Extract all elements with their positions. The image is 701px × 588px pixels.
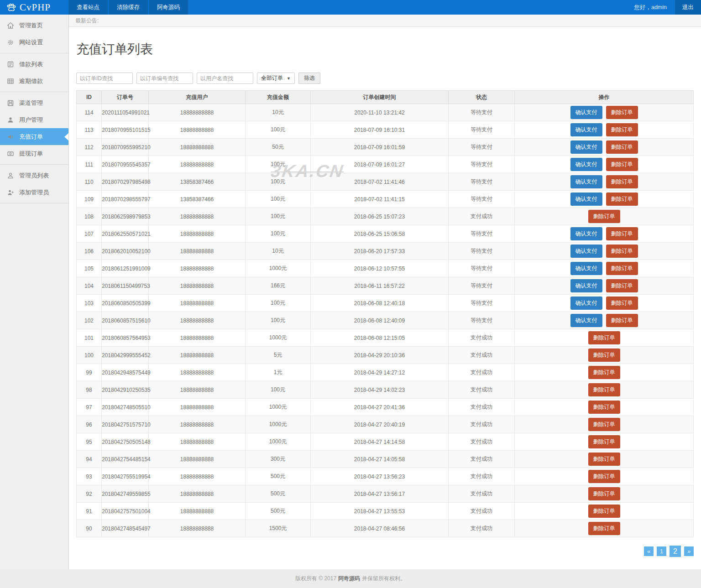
- delete-order-button[interactable]: 删除订单: [588, 210, 620, 223]
- confirm-pay-button[interactable]: 确认支付: [570, 106, 602, 119]
- confirm-pay-button[interactable]: 确认支付: [570, 140, 602, 154]
- delete-order-button[interactable]: 删除订单: [588, 418, 620, 431]
- confirm-pay-button[interactable]: 确认支付: [570, 193, 602, 206]
- cell-actions: 确认支付删除订单: [515, 156, 694, 173]
- nav-view-site-button[interactable]: 查看站点: [68, 0, 108, 15]
- sidebar-item-label: 借款列表: [19, 60, 43, 68]
- delete-order-button[interactable]: 删除订单: [606, 262, 638, 275]
- cell-order_no: 2018042754485154: [102, 451, 149, 468]
- order-no-search-input[interactable]: [136, 73, 193, 84]
- sidebar-item-speaker[interactable]: 充值订单: [0, 128, 68, 145]
- banknote-icon: [7, 150, 14, 157]
- cell-id: 114: [77, 104, 102, 121]
- confirm-pay-button[interactable]: 确认支付: [570, 158, 602, 171]
- cell-status: 等待支付: [449, 173, 515, 191]
- confirm-pay-button[interactable]: 确认支付: [570, 279, 602, 292]
- delete-order-button[interactable]: 删除订单: [588, 331, 620, 344]
- cell-created: 2018-07-02 11:41:46: [311, 173, 449, 191]
- cell-user: 18888888888: [149, 139, 246, 156]
- delete-order-button[interactable]: 删除订单: [588, 453, 620, 466]
- table-header-cell: ID: [77, 91, 102, 104]
- table-row: 902018042748545497188888888881500元2018-0…: [77, 520, 694, 537]
- order-type-select[interactable]: 全部订单 ▼: [257, 73, 295, 84]
- pagination-page-2[interactable]: 2: [670, 546, 681, 557]
- confirm-pay-button[interactable]: 确认支付: [570, 227, 602, 240]
- home-icon: [7, 22, 14, 29]
- cell-user: 18888888888: [149, 208, 246, 225]
- confirm-pay-button[interactable]: 确认支付: [570, 314, 602, 327]
- confirm-pay-button[interactable]: 确认支付: [570, 175, 602, 188]
- delete-order-button[interactable]: 删除订单: [588, 383, 620, 396]
- sidebar-item-person-add[interactable]: 添加管理员: [0, 184, 68, 201]
- cell-id: 111: [77, 156, 102, 173]
- app-title: CvPHP: [20, 2, 51, 13]
- cell-actions: 删除订单: [515, 364, 694, 381]
- delete-order-button[interactable]: 删除订单: [606, 106, 638, 119]
- sidebar-item-banknote[interactable]: 提现订单: [0, 145, 68, 162]
- username-search-input[interactable]: [197, 73, 253, 84]
- logout-button[interactable]: 退出: [675, 0, 701, 15]
- order-id-search-input[interactable]: [76, 73, 133, 84]
- cell-actions: 确认支付删除订单: [515, 104, 694, 121]
- cell-id: 101: [77, 329, 102, 347]
- delete-order-button[interactable]: 删除订单: [588, 487, 620, 500]
- delete-order-button[interactable]: 删除订单: [606, 227, 638, 240]
- delete-order-button[interactable]: 删除订单: [606, 279, 638, 292]
- pagination-prev[interactable]: «: [644, 546, 654, 556]
- sidebar-item-book[interactable]: 借款列表: [0, 56, 68, 73]
- delete-order-button[interactable]: 删除订单: [588, 366, 620, 379]
- cell-amount: 1000元: [246, 329, 311, 347]
- delete-order-button[interactable]: 删除订单: [606, 158, 638, 171]
- table-row: 110201807029798549813858387466100元2018-0…: [77, 173, 694, 191]
- book-icon: [7, 61, 14, 68]
- confirm-pay-button[interactable]: 确认支付: [570, 245, 602, 258]
- cell-user: 18888888888: [149, 277, 246, 295]
- delete-order-button[interactable]: 删除订单: [606, 297, 638, 310]
- delete-order-button[interactable]: 删除订单: [588, 522, 620, 535]
- delete-order-button[interactable]: 删除订单: [588, 349, 620, 362]
- table-header-cell: 订单号: [102, 91, 149, 104]
- confirm-pay-button[interactable]: 确认支付: [570, 123, 602, 136]
- delete-order-button[interactable]: 删除订单: [588, 401, 620, 414]
- sidebar-item-save[interactable]: 渠道管理: [0, 94, 68, 111]
- sidebar-item-home[interactable]: 管理首页: [0, 17, 68, 34]
- delete-order-button[interactable]: 删除订单: [588, 435, 620, 448]
- cell-order_no: 2018042748545497: [102, 520, 149, 537]
- nav-aqi-source-button[interactable]: 阿奇源码: [149, 0, 188, 15]
- cell-amount: 500元: [246, 503, 311, 520]
- cell-created: 2018-06-08 12:40:09: [311, 312, 449, 329]
- cell-created: 2018-06-12 10:57:55: [311, 260, 449, 277]
- filter-button[interactable]: 筛选: [298, 73, 320, 84]
- delete-order-button[interactable]: 删除订单: [606, 123, 638, 136]
- sidebar-item-label: 添加管理员: [19, 188, 49, 197]
- sidebar-item-table[interactable]: 逾期借款: [0, 73, 68, 89]
- table-row: 1012018060857564953188888888881000元2018-…: [77, 329, 694, 347]
- cell-amount: 500元: [246, 485, 311, 503]
- cell-order_no: 2018042757501004: [102, 503, 149, 520]
- delete-order-button[interactable]: 删除订单: [606, 314, 638, 327]
- sidebar-item-user[interactable]: 用户管理: [0, 111, 68, 128]
- delete-order-button[interactable]: 删除订单: [588, 470, 620, 483]
- app-logo[interactable]: CvPHP: [0, 0, 68, 15]
- pagination-next[interactable]: »: [684, 546, 694, 556]
- cell-amount: 100元: [246, 121, 311, 139]
- nav-clear-cache-button[interactable]: 清除缓存: [109, 0, 148, 15]
- sidebar-item-gear[interactable]: 网站设置: [0, 34, 68, 51]
- sidebar-item-person-outline[interactable]: 管理员列表: [0, 167, 68, 184]
- confirm-pay-button[interactable]: 确认支付: [570, 297, 602, 310]
- delete-order-button[interactable]: 删除订单: [606, 245, 638, 258]
- delete-order-button[interactable]: 删除订单: [606, 175, 638, 188]
- pagination-page-1[interactable]: 1: [657, 546, 666, 556]
- cell-amount: 1000元: [246, 416, 311, 433]
- delete-order-button[interactable]: 删除订单: [606, 193, 638, 206]
- delete-order-button[interactable]: 删除订单: [588, 505, 620, 518]
- cell-actions: 删除订单: [515, 485, 694, 503]
- cell-created: 2018-04-27 13:56:17: [311, 485, 449, 503]
- cell-actions: 确认支付删除订单: [515, 139, 694, 156]
- cell-user: 18888888888: [149, 433, 246, 451]
- table-icon: [7, 78, 14, 85]
- delete-order-button[interactable]: 删除订单: [606, 140, 638, 154]
- cell-user: 18888888888: [149, 399, 246, 416]
- filter-bar: 全部订单 ▼ 筛选: [76, 73, 694, 84]
- confirm-pay-button[interactable]: 确认支付: [570, 262, 602, 275]
